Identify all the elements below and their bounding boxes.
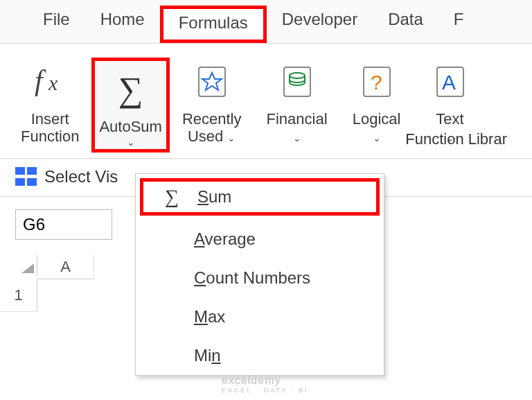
tab-file[interactable]: File (28, 6, 85, 43)
ribbon-tabs: File Home Formulas Developer Data F (0, 0, 532, 44)
count-label: Count Numbers (194, 268, 310, 288)
row-header-1[interactable]: 1 (0, 279, 37, 312)
menu-item-min[interactable]: Min (136, 336, 384, 375)
financial-icon (273, 58, 321, 106)
tab-home[interactable]: Home (85, 6, 160, 43)
sigma-icon: ∑ (107, 65, 155, 114)
select-all-triangle[interactable] (0, 255, 37, 276)
tab-formulas[interactable]: Formulas (160, 6, 267, 43)
autosum-button[interactable]: ∑ AutoSum ⌄ (91, 58, 170, 153)
tab-developer[interactable]: Developer (267, 6, 373, 43)
financial-button[interactable]: Financial⌄ (254, 58, 339, 153)
svg-text:?: ? (371, 71, 382, 94)
svg-text:x: x (48, 71, 58, 94)
menu-item-average[interactable]: Average (136, 220, 384, 259)
panes-icon (15, 167, 39, 186)
min-label: Min (194, 346, 221, 365)
sum-label: Sum (197, 187, 231, 207)
question-icon: ? (353, 58, 401, 106)
tab-partial-cut[interactable]: F (438, 6, 479, 43)
recently-used-label: RecentlyUsed ⌄ (182, 110, 242, 146)
function-library-label: Function Librar (405, 130, 507, 148)
max-label: Max (194, 307, 225, 327)
star-icon (188, 58, 236, 106)
fx-icon: fx (26, 58, 74, 106)
autosum-label: AutoSum (99, 118, 162, 135)
menu-item-max[interactable]: Max (136, 297, 384, 336)
recently-used-button[interactable]: RecentlyUsed ⌄ (170, 58, 254, 153)
name-box-input[interactable] (15, 209, 112, 240)
logical-button[interactable]: ? Logical⌄ (340, 58, 414, 153)
average-label: Average (194, 229, 256, 249)
text-icon: A (426, 58, 475, 106)
svg-text:f: f (35, 64, 46, 96)
financial-label: Financial⌄ (266, 110, 327, 146)
menu-item-count-numbers[interactable]: Count Numbers (136, 259, 384, 297)
menu-item-sum[interactable]: ∑ Sum (140, 178, 380, 216)
svg-text:A: A (442, 71, 456, 94)
insert-function-label: InsertFunction (21, 110, 79, 146)
chevron-down-icon: ⌄ (127, 137, 135, 148)
column-header-a[interactable]: A (37, 255, 94, 279)
select-visible-button[interactable]: Select Vis (44, 167, 118, 186)
sigma-icon: ∑ (160, 187, 184, 207)
tab-data[interactable]: Data (373, 6, 438, 43)
insert-function-button[interactable]: fx InsertFunction (8, 58, 91, 153)
logical-label: Logical⌄ (353, 110, 401, 146)
autosum-dropdown: ∑ Sum Average Count Numbers Max Min (135, 173, 384, 376)
watermark: exceldemy EXCEL · DATA · BI (222, 374, 309, 394)
